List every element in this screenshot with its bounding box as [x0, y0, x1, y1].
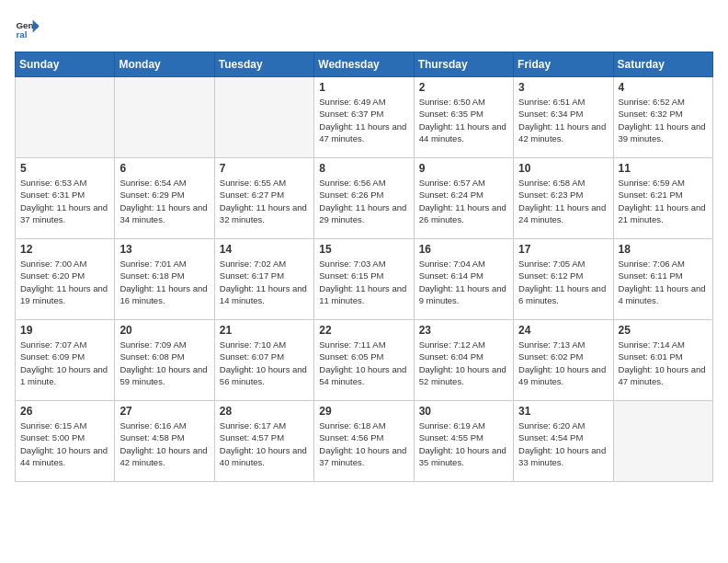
calendar-cell: 19Sunrise: 7:07 AMSunset: 6:09 PMDayligh…: [16, 320, 115, 401]
day-detail: Sunrise: 7:09 AMSunset: 6:08 PMDaylight:…: [119, 339, 209, 387]
calendar-cell: 17Sunrise: 7:05 AMSunset: 6:12 PMDayligh…: [514, 239, 613, 320]
day-detail: Sunrise: 6:59 AMSunset: 6:21 PMDaylight:…: [619, 177, 708, 225]
day-detail: Sunrise: 7:10 AMSunset: 6:07 PMDaylight:…: [220, 339, 309, 387]
calendar-cell: [214, 77, 313, 158]
day-detail: Sunrise: 7:03 AMSunset: 6:15 PMDaylight:…: [319, 258, 408, 306]
day-detail: Sunrise: 6:52 AMSunset: 6:32 PMDaylight:…: [619, 96, 708, 144]
calendar-cell: 15Sunrise: 7:03 AMSunset: 6:15 PMDayligh…: [314, 239, 414, 320]
day-detail: Sunrise: 6:18 AMSunset: 4:56 PMDaylight:…: [319, 419, 408, 468]
calendar-cell: 3Sunrise: 6:51 AMSunset: 6:34 PMDaylight…: [514, 77, 613, 158]
logo-icon: Gene ral: [15, 15, 40, 40]
day-detail: Sunrise: 6:51 AMSunset: 6:34 PMDaylight:…: [518, 96, 608, 144]
day-detail: Sunrise: 7:00 AMSunset: 6:20 PMDaylight:…: [20, 258, 109, 306]
calendar-cell: 16Sunrise: 7:04 AMSunset: 6:14 PMDayligh…: [414, 239, 513, 320]
weekday-header: Monday: [115, 52, 214, 77]
calendar-week-row: 26Sunrise: 6:15 AMSunset: 5:00 PMDayligh…: [16, 401, 713, 482]
calendar-table: SundayMondayTuesdayWednesdayThursdayFrid…: [15, 52, 713, 482]
day-detail: Sunrise: 7:02 AMSunset: 6:17 PMDaylight:…: [220, 258, 309, 306]
day-number: 12: [20, 243, 109, 256]
calendar-cell: 11Sunrise: 6:59 AMSunset: 6:21 PMDayligh…: [613, 158, 712, 239]
calendar-cell: 20Sunrise: 7:09 AMSunset: 6:08 PMDayligh…: [115, 320, 214, 401]
calendar-cell: 7Sunrise: 6:55 AMSunset: 6:27 PMDaylight…: [214, 158, 313, 239]
day-detail: Sunrise: 6:58 AMSunset: 6:23 PMDaylight:…: [518, 177, 608, 225]
weekday-header: Wednesday: [314, 52, 414, 77]
logo: Gene ral: [15, 15, 44, 40]
day-number: 4: [619, 81, 708, 94]
day-number: 8: [319, 162, 408, 175]
calendar-cell: [613, 401, 712, 482]
calendar-cell: 6Sunrise: 6:54 AMSunset: 6:29 PMDaylight…: [115, 158, 214, 239]
day-number: 30: [419, 405, 508, 418]
day-detail: Sunrise: 6:55 AMSunset: 6:27 PMDaylight:…: [220, 177, 309, 225]
day-number: 6: [119, 162, 209, 175]
day-detail: Sunrise: 6:57 AMSunset: 6:24 PMDaylight:…: [419, 177, 508, 225]
calendar-week-row: 1Sunrise: 6:49 AMSunset: 6:37 PMDaylight…: [16, 77, 713, 158]
calendar-cell: 4Sunrise: 6:52 AMSunset: 6:32 PMDaylight…: [613, 77, 712, 158]
calendar-week-row: 12Sunrise: 7:00 AMSunset: 6:20 PMDayligh…: [16, 239, 713, 320]
day-detail: Sunrise: 6:17 AMSunset: 4:57 PMDaylight:…: [220, 419, 309, 468]
day-number: 21: [220, 324, 309, 337]
day-detail: Sunrise: 6:56 AMSunset: 6:26 PMDaylight:…: [319, 177, 408, 225]
calendar-cell: 18Sunrise: 7:06 AMSunset: 6:11 PMDayligh…: [613, 239, 712, 320]
weekday-header: Sunday: [16, 52, 115, 77]
day-detail: Sunrise: 7:11 AMSunset: 6:05 PMDaylight:…: [319, 339, 408, 387]
day-detail: Sunrise: 6:54 AMSunset: 6:29 PMDaylight:…: [119, 177, 209, 225]
calendar-cell: 14Sunrise: 7:02 AMSunset: 6:17 PMDayligh…: [214, 239, 313, 320]
day-number: 20: [119, 324, 209, 337]
day-number: 24: [518, 324, 608, 337]
day-number: 11: [619, 162, 708, 175]
day-number: 31: [518, 405, 608, 418]
calendar-cell: 10Sunrise: 6:58 AMSunset: 6:23 PMDayligh…: [514, 158, 613, 239]
calendar-cell: 29Sunrise: 6:18 AMSunset: 4:56 PMDayligh…: [314, 401, 414, 482]
day-number: 29: [319, 405, 408, 418]
day-detail: Sunrise: 7:14 AMSunset: 6:01 PMDaylight:…: [619, 339, 708, 387]
day-number: 22: [319, 324, 408, 337]
weekday-header-row: SundayMondayTuesdayWednesdayThursdayFrid…: [16, 52, 713, 77]
calendar-cell: [115, 77, 214, 158]
calendar-week-row: 19Sunrise: 7:07 AMSunset: 6:09 PMDayligh…: [16, 320, 713, 401]
day-detail: Sunrise: 7:07 AMSunset: 6:09 PMDaylight:…: [20, 339, 109, 387]
day-number: 5: [20, 162, 109, 175]
day-number: 16: [419, 243, 508, 256]
day-detail: Sunrise: 6:49 AMSunset: 6:37 PMDaylight:…: [319, 96, 408, 144]
calendar-cell: 23Sunrise: 7:12 AMSunset: 6:04 PMDayligh…: [414, 320, 513, 401]
day-detail: Sunrise: 6:20 AMSunset: 4:54 PMDaylight:…: [518, 419, 608, 468]
day-detail: Sunrise: 6:53 AMSunset: 6:31 PMDaylight:…: [20, 177, 109, 225]
calendar-cell: 27Sunrise: 6:16 AMSunset: 4:58 PMDayligh…: [115, 401, 214, 482]
calendar-cell: 5Sunrise: 6:53 AMSunset: 6:31 PMDaylight…: [16, 158, 115, 239]
calendar-cell: 13Sunrise: 7:01 AMSunset: 6:18 PMDayligh…: [115, 239, 214, 320]
day-number: 28: [220, 405, 309, 418]
weekday-header: Tuesday: [214, 52, 313, 77]
day-number: 25: [619, 324, 708, 337]
day-detail: Sunrise: 7:12 AMSunset: 6:04 PMDaylight:…: [419, 339, 508, 387]
day-detail: Sunrise: 7:05 AMSunset: 6:12 PMDaylight:…: [518, 258, 608, 306]
day-number: 9: [419, 162, 508, 175]
calendar-cell: 2Sunrise: 6:50 AMSunset: 6:35 PMDaylight…: [414, 77, 513, 158]
calendar-cell: 25Sunrise: 7:14 AMSunset: 6:01 PMDayligh…: [613, 320, 712, 401]
calendar-cell: 31Sunrise: 6:20 AMSunset: 4:54 PMDayligh…: [514, 401, 613, 482]
calendar-cell: 30Sunrise: 6:19 AMSunset: 4:55 PMDayligh…: [414, 401, 513, 482]
page-header: Gene ral: [15, 15, 713, 40]
day-detail: Sunrise: 7:04 AMSunset: 6:14 PMDaylight:…: [419, 258, 508, 306]
day-number: 7: [220, 162, 309, 175]
day-detail: Sunrise: 7:01 AMSunset: 6:18 PMDaylight:…: [119, 258, 209, 306]
day-number: 14: [220, 243, 309, 256]
day-detail: Sunrise: 6:16 AMSunset: 4:58 PMDaylight:…: [119, 419, 209, 468]
calendar-cell: 28Sunrise: 6:17 AMSunset: 4:57 PMDayligh…: [214, 401, 313, 482]
calendar-cell: 1Sunrise: 6:49 AMSunset: 6:37 PMDaylight…: [314, 77, 414, 158]
day-number: 1: [319, 81, 408, 94]
day-number: 13: [119, 243, 209, 256]
day-number: 18: [619, 243, 708, 256]
day-number: 2: [419, 81, 508, 94]
day-number: 15: [319, 243, 408, 256]
calendar-cell: 24Sunrise: 7:13 AMSunset: 6:02 PMDayligh…: [514, 320, 613, 401]
weekday-header: Thursday: [414, 52, 513, 77]
svg-text:ral: ral: [16, 29, 27, 40]
calendar-cell: 26Sunrise: 6:15 AMSunset: 5:00 PMDayligh…: [16, 401, 115, 482]
day-number: 23: [419, 324, 508, 337]
day-number: 10: [518, 162, 608, 175]
calendar-week-row: 5Sunrise: 6:53 AMSunset: 6:31 PMDaylight…: [16, 158, 713, 239]
day-detail: Sunrise: 7:06 AMSunset: 6:11 PMDaylight:…: [619, 258, 708, 306]
day-number: 19: [20, 324, 109, 337]
day-number: 3: [518, 81, 608, 94]
